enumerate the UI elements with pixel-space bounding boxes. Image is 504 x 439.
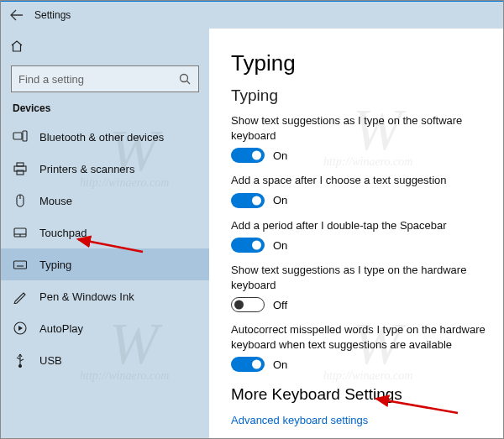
back-button[interactable]: [6, 4, 28, 26]
search-box[interactable]: [11, 65, 199, 92]
setting-label: Autocorrect misspelled words I type on t…: [231, 322, 488, 352]
sidebar-item-label: Mouse: [39, 195, 72, 207]
mouse-icon: [13, 193, 28, 208]
home-button[interactable]: [1, 32, 33, 60]
sidebar-item-bluetooth[interactable]: Bluetooth & other devices: [1, 121, 209, 153]
page-title: Typing: [231, 50, 488, 76]
toggle-state: On: [273, 358, 287, 371]
toggle-switch[interactable]: [231, 357, 265, 372]
toggle-state: On: [273, 194, 287, 206]
search-icon: [178, 72, 192, 86]
setting-label: Show text suggestions as I type on the h…: [231, 263, 488, 292]
content-pane: Typing Typing Show text suggestions as I…: [209, 29, 503, 438]
sidebar-item-label: Pen & Windows Ink: [39, 290, 134, 303]
setting-row: Show text suggestions as I type on the s…: [231, 113, 488, 163]
section-label: Devices: [13, 102, 197, 114]
sidebar-item-label: Typing: [39, 259, 71, 271]
setting-row: Show text suggestions as I type on the h…: [231, 263, 488, 312]
sidebar-item-usb[interactable]: USB: [1, 344, 209, 376]
setting-label: Add a period after I double-tap the Spac…: [231, 218, 488, 233]
svg-rect-1: [13, 133, 22, 139]
sidebar-item-typing[interactable]: Typing: [1, 248, 209, 280]
search-input[interactable]: [18, 73, 178, 86]
toggle-state: Off: [273, 299, 287, 311]
svg-point-0: [181, 75, 188, 82]
autoplay-icon: [13, 321, 28, 336]
titlebar: Settings: [1, 2, 503, 29]
setting-row: Add a space after I choose a text sugges…: [231, 173, 488, 208]
toggle-switch[interactable]: [231, 297, 265, 312]
setting-row: Add a period after I double-tap the Spac…: [231, 218, 488, 253]
nav-list: Bluetooth & other devices Printers & sca…: [1, 121, 209, 438]
sidebar-item-label: Printers & scanners: [39, 163, 134, 175]
toggle-switch[interactable]: [231, 238, 265, 253]
pen-icon: [13, 289, 28, 304]
sidebar-item-mouse[interactable]: Mouse: [1, 185, 209, 217]
setting-row: Autocorrect misspelled words I type on t…: [231, 322, 488, 372]
more-settings-heading: More Keyboard Settings: [231, 385, 488, 404]
setting-label: Show text suggestions as I type on the s…: [231, 113, 488, 143]
usb-icon: [13, 353, 28, 368]
window-title: Settings: [34, 9, 71, 21]
sidebar-item-pen[interactable]: Pen & Windows Ink: [1, 280, 209, 312]
toggle-state: On: [273, 239, 287, 252]
sidebar-item-printers[interactable]: Printers & scanners: [1, 153, 209, 185]
svg-point-19: [19, 365, 22, 368]
toggle-switch[interactable]: [231, 193, 265, 208]
printer-icon: [13, 161, 28, 176]
sidebar-item-label: Touchpad: [39, 227, 87, 239]
svg-rect-11: [14, 261, 27, 269]
sidebar-item-autoplay[interactable]: AutoPlay: [1, 312, 209, 344]
sidebar: Devices Bluetooth & other devices Printe…: [1, 29, 209, 438]
svg-rect-4: [17, 163, 24, 166]
setting-label: Add a space after I choose a text sugges…: [231, 173, 488, 188]
devices-icon: [13, 129, 28, 144]
keyboard-icon: [13, 257, 28, 272]
sidebar-item-touchpad[interactable]: Touchpad: [1, 217, 209, 248]
sidebar-item-label: AutoPlay: [39, 322, 83, 335]
page-subheading: Typing: [231, 86, 488, 105]
touchpad-icon: [13, 225, 28, 240]
svg-rect-2: [23, 131, 27, 141]
toggle-switch[interactable]: [231, 148, 265, 163]
sidebar-item-label: USB: [39, 354, 62, 367]
toggle-state: On: [273, 149, 287, 162]
sidebar-item-label: Bluetooth & other devices: [39, 131, 164, 144]
advanced-keyboard-link[interactable]: Advanced keyboard settings: [231, 414, 488, 426]
